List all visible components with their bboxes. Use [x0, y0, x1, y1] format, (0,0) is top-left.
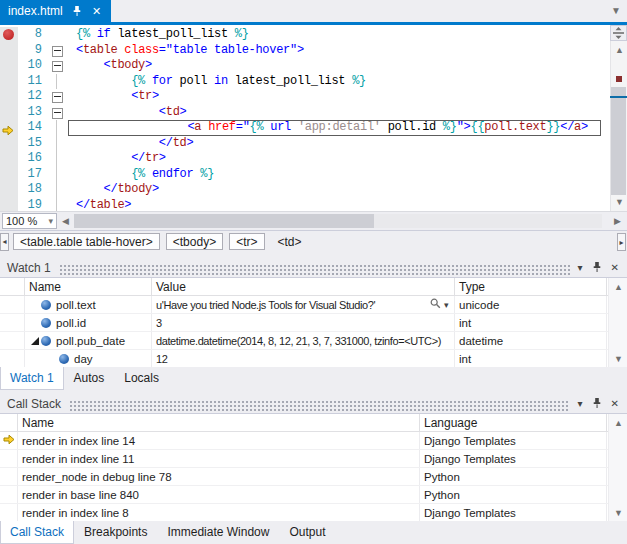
hscroll-track[interactable]: [74, 214, 602, 228]
pin-icon[interactable]: [592, 397, 602, 411]
close-icon[interactable]: ✕: [611, 399, 619, 409]
vscroll-thumb[interactable]: [611, 87, 626, 195]
tab-breakpoints[interactable]: Breakpoints: [74, 521, 157, 544]
code-line[interactable]: 8{% if latest_poll_list %}: [0, 27, 627, 43]
folding-margin[interactable]: [46, 27, 68, 43]
callstack-frame-row[interactable]: render_node in debug line 78Python: [0, 468, 627, 486]
pin-tab-icon[interactable]: [71, 5, 83, 17]
visualizer-dropdown-icon[interactable]: ▾: [444, 300, 448, 310]
scroll-up-icon[interactable]: ▲: [614, 418, 623, 428]
tab-immediate-window[interactable]: Immediate Window: [157, 521, 279, 544]
code-line[interactable]: 12 <tr>: [0, 89, 627, 105]
watch-col-name[interactable]: Name: [25, 278, 152, 295]
pin-icon[interactable]: [592, 261, 602, 275]
watch-title-bar[interactable]: Watch 1 ▾ ✕: [0, 258, 627, 277]
folding-margin[interactable]: [46, 74, 68, 90]
callstack-col-name[interactable]: Name: [18, 414, 420, 431]
indicator-margin[interactable]: [0, 27, 18, 43]
code-line[interactable]: 18 </tbody>: [0, 182, 627, 198]
scroll-left-icon[interactable]: ◀: [62, 216, 69, 226]
indicator-margin[interactable]: [0, 105, 18, 121]
watch-col-type[interactable]: Type: [455, 278, 607, 295]
frame-name-cell[interactable]: render_node in debug line 78: [18, 468, 420, 485]
watch-value-cell[interactable]: 12: [152, 350, 455, 367]
code-line[interactable]: 16 </tr>: [0, 151, 627, 167]
folding-margin[interactable]: [46, 43, 68, 59]
tab-watch-1[interactable]: Watch 1: [0, 367, 64, 390]
indicator-margin[interactable]: [0, 151, 18, 167]
callstack-frame-row[interactable]: render in index line 8Django Templates: [0, 504, 627, 522]
tab-output[interactable]: Output: [279, 521, 335, 544]
code-line[interactable]: 9<table class="table table-hover">: [0, 43, 627, 59]
code-line[interactable]: 14 <a href="{% url 'app:detail' poll.id …: [0, 120, 627, 136]
indicator-margin[interactable]: [0, 74, 18, 90]
watch-name-cell[interactable]: poll.text: [25, 296, 152, 313]
code-line[interactable]: 15 </td>: [0, 136, 627, 152]
scroll-down-icon[interactable]: ▼: [614, 354, 623, 364]
scroll-up-icon[interactable]: ▲: [614, 282, 623, 292]
magnifier-icon[interactable]: [430, 298, 441, 311]
watch-row[interactable]: poll.pub_datedatetime.datetime(2014, 8, …: [0, 332, 627, 350]
editor-vertical-scrollbar[interactable]: ▲ ▼: [610, 25, 627, 211]
frame-name-cell[interactable]: render in index line 11: [18, 450, 420, 467]
editor-zoom-combo[interactable]: 100 % ▾: [2, 213, 57, 229]
indicator-margin[interactable]: [0, 167, 18, 183]
callstack-frame-row[interactable]: render in base line 840Python: [0, 486, 627, 504]
code-editor[interactable]: 8{% if latest_poll_list %}9<table class=…: [0, 25, 627, 211]
tab-index-html[interactable]: index.html ✕: [0, 0, 111, 22]
indicator-margin[interactable]: [0, 120, 18, 136]
hscroll-thumb[interactable]: [74, 214, 374, 228]
scroll-up-icon[interactable]: ▲: [615, 45, 624, 55]
folding-margin[interactable]: [46, 89, 68, 105]
breadcrumb-item[interactable]: <tr>: [229, 233, 264, 250]
watch-header-row[interactable]: NameValueType: [0, 278, 627, 296]
scroll-down-icon[interactable]: ▼: [615, 197, 624, 207]
breadcrumb-item[interactable]: <tbody>: [166, 233, 223, 250]
code-line[interactable]: 11 {% for poll in latest_poll_list %}: [0, 74, 627, 90]
fold-collapse-icon[interactable]: [52, 92, 63, 103]
fold-collapse-icon[interactable]: [52, 46, 63, 57]
folding-margin[interactable]: [46, 58, 68, 74]
watch-row[interactable]: poll.id3int: [0, 314, 627, 332]
breadcrumb-scroll-right-icon[interactable]: ▸: [617, 233, 626, 251]
watch-value-cell[interactable]: 3: [152, 314, 455, 331]
value-visualizer[interactable]: ▾: [430, 298, 450, 311]
document-list-dropdown-icon[interactable]: ▼: [611, 5, 621, 16]
callstack-title-bar[interactable]: Call Stack ▾ ✕: [0, 394, 627, 413]
indicator-margin[interactable]: [0, 58, 18, 74]
watch-row[interactable]: day12int: [0, 350, 627, 368]
callstack-frame-row[interactable]: render in index line 11Django Templates: [0, 450, 627, 468]
watch-row[interactable]: poll.textu'Have you tried Node.js Tools …: [0, 296, 627, 314]
frame-name-cell[interactable]: render in index line 8: [18, 504, 420, 521]
indicator-margin[interactable]: [0, 136, 18, 152]
window-menu-icon[interactable]: ▾: [578, 263, 583, 273]
editor-splitter-grip[interactable]: [610, 25, 627, 41]
breadcrumb-item[interactable]: <table.table table-hover>: [13, 233, 160, 250]
frame-name-cell[interactable]: render in index line 14: [18, 432, 420, 449]
breakpoint-icon[interactable]: [3, 29, 14, 40]
breadcrumb-item[interactable]: <td>: [271, 233, 309, 250]
expander-icon[interactable]: [29, 337, 41, 345]
callstack-scrollbar[interactable]: ▲ ▼: [608, 414, 627, 522]
folding-margin[interactable]: [46, 167, 68, 183]
callstack-header-row[interactable]: NameLanguage: [0, 414, 627, 432]
watch-value-cell[interactable]: u'Have you tried Node.js Tools for Visua…: [152, 296, 455, 313]
folding-margin[interactable]: [46, 182, 68, 198]
folding-margin[interactable]: [46, 105, 68, 121]
code-line[interactable]: 17 {% endfor %}: [0, 167, 627, 183]
folding-margin[interactable]: [46, 120, 68, 136]
indicator-margin[interactable]: [0, 89, 18, 105]
close-tab-icon[interactable]: ✕: [91, 5, 103, 17]
scroll-right-icon[interactable]: ▶: [614, 216, 621, 226]
folding-margin[interactable]: [46, 151, 68, 167]
folding-margin[interactable]: [46, 136, 68, 152]
tab-call-stack[interactable]: Call Stack: [0, 521, 74, 544]
watch-value-cell[interactable]: datetime.datetime(2014, 8, 12, 21, 3, 7,…: [152, 332, 455, 349]
close-icon[interactable]: ✕: [611, 263, 619, 273]
callstack-col-language[interactable]: Language: [420, 414, 607, 431]
frame-name-cell[interactable]: render in base line 840: [18, 486, 420, 503]
watch-scrollbar[interactable]: ▲ ▼: [608, 278, 627, 368]
scroll-down-icon[interactable]: ▼: [614, 508, 623, 518]
fold-collapse-icon[interactable]: [52, 61, 63, 72]
tab-locals[interactable]: Locals: [114, 367, 169, 390]
